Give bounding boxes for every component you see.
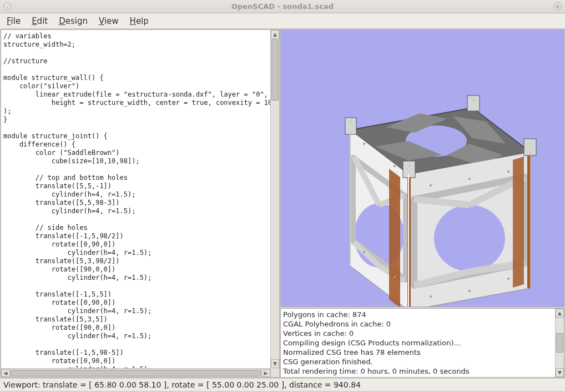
menu-help[interactable]: Help [125, 14, 153, 28]
statusbar: Viewport: translate = [ 65.80 0.00 58.10… [0, 378, 565, 391]
console-line: Polygons in cache: 874 [283, 310, 553, 319]
editor-scrollbar-vertical[interactable]: ▲ ▼ [270, 30, 279, 377]
console-output[interactable]: Polygons in cache: 874CGAL Polyhedrons i… [281, 309, 555, 377]
svg-point-34 [430, 184, 432, 187]
console-line: Total rendering time: 0 hours, 0 minutes… [283, 366, 553, 376]
svg-rect-23 [467, 96, 480, 111]
menu-design[interactable]: Design [54, 14, 92, 28]
scroll-left-icon[interactable]: ◀ [1, 369, 10, 377]
editor-scrollbar-horizontal[interactable]: ◀ ▶ [1, 368, 270, 377]
code-text[interactable]: // variables structure_width=2; //struct… [1, 30, 270, 377]
svg-marker-20 [389, 169, 400, 307]
console-line: Compiling design (CSG Products normaliza… [283, 338, 553, 348]
svg-point-35 [507, 170, 509, 173]
svg-point-27 [473, 99, 475, 102]
svg-point-26 [350, 121, 352, 123]
svg-point-37 [507, 278, 509, 280]
svg-point-39 [468, 290, 471, 292]
menu-file[interactable]: File [2, 14, 25, 28]
code-editor[interactable]: // variables structure_width=2; //struct… [1, 29, 280, 378]
close-icon[interactable]: × [554, 2, 562, 10]
console-line: Vertices in cache: 0 [283, 329, 553, 338]
svg-rect-24 [524, 139, 536, 155]
svg-point-33 [394, 276, 396, 278]
svg-rect-19 [527, 153, 531, 288]
scroll-thumb-vertical[interactable] [271, 39, 279, 100]
scroll-thumb-vertical[interactable] [556, 333, 563, 353]
console-line: CSG generation finished. [283, 357, 553, 366]
svg-point-38 [468, 178, 471, 180]
scroll-up-icon[interactable]: ▲ [271, 30, 279, 39]
svg-point-13 [434, 205, 505, 272]
svg-point-36 [430, 295, 432, 298]
scroll-up-icon[interactable]: ▲ [556, 309, 564, 318]
statusbar-text: Viewport: translate = [ 65.80 0.00 58.10… [3, 380, 361, 389]
svg-point-29 [408, 165, 411, 167]
3d-viewport[interactable] [280, 29, 564, 307]
scroll-down-icon[interactable]: ▼ [271, 359, 279, 368]
console-panel: Polygons in cache: 874CGAL Polyhedrons i… [280, 308, 564, 378]
svg-point-30 [363, 143, 365, 145]
scroll-right-icon[interactable]: ▶ [261, 369, 270, 377]
window-titlebar: – OpenSCAD - sonda1.scad × [0, 0, 565, 13]
menubar: File Edit Design View Help [0, 13, 565, 29]
console-scrollbar-vertical[interactable]: ▲ ▼ [555, 309, 564, 377]
svg-point-32 [363, 251, 365, 253]
svg-rect-22 [345, 118, 356, 134]
scroll-down-icon[interactable]: ▼ [556, 368, 564, 377]
menu-view[interactable]: View [94, 14, 123, 28]
window-title: OpenSCAD - sonda1.scad [0, 2, 565, 11]
svg-marker-21 [513, 157, 524, 288]
svg-point-31 [394, 165, 396, 167]
console-line: CGAL Polyhedrons in cache: 0 [283, 319, 553, 329]
menu-edit[interactable]: Edit [27, 14, 52, 28]
scroll-thumb-horizontal[interactable] [11, 370, 261, 376]
console-line: Normalized CSG tree has 78 elements [283, 348, 553, 357]
minimize-icon[interactable]: – [3, 2, 11, 10]
svg-point-28 [529, 143, 532, 145]
